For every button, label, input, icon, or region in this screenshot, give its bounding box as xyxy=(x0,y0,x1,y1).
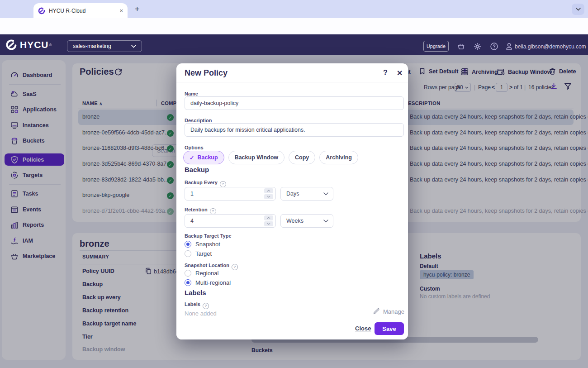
stepper-down-button[interactable] xyxy=(264,221,273,226)
info-icon[interactable]: ? xyxy=(220,181,226,187)
name-label: Name xyxy=(185,91,198,96)
radio-multi-regional[interactable]: Multi-regional xyxy=(185,279,231,286)
chevron-down-icon xyxy=(131,45,136,48)
labels-section-heading: Labels xyxy=(185,289,206,296)
labels-label: Labels? xyxy=(185,301,209,309)
option-chip-backup-window[interactable]: Backup Window xyxy=(228,151,285,164)
tab-search-chevron[interactable] xyxy=(572,4,584,15)
user-email[interactable]: bella.gibson@demohycu.com xyxy=(515,43,586,50)
workspace-dropdown[interactable]: sales-marketing xyxy=(67,40,142,52)
browser-tab[interactable]: HYCU R-Cloud × xyxy=(33,3,128,18)
radio-unselected-icon xyxy=(185,270,191,277)
manage-labels-button[interactable]: Manage xyxy=(373,308,404,315)
option-chip-archiving[interactable]: Archiving xyxy=(319,151,358,164)
modal-header: New Policy ? ✕ xyxy=(176,63,408,82)
hycu-favicon-icon xyxy=(38,7,45,14)
description-label: Description xyxy=(185,118,212,123)
labels-empty-text: None added xyxy=(185,310,217,317)
snapshot-location-label: Snapshot Location? xyxy=(185,263,238,270)
backup-section-heading: Backup xyxy=(185,166,209,173)
radio-unselected-icon xyxy=(185,250,191,257)
workspace-name: sales-marketing xyxy=(73,43,111,49)
check-icon: ✓ xyxy=(190,154,194,161)
retention-input[interactable] xyxy=(185,214,276,228)
options-label: Options xyxy=(185,145,204,150)
upgrade-button[interactable]: Upgrade xyxy=(423,41,449,52)
info-icon[interactable]: ? xyxy=(232,264,238,270)
modal-title: New Policy xyxy=(185,68,228,78)
radio-selected-icon xyxy=(185,279,191,286)
stepper-up-button[interactable] xyxy=(264,188,273,193)
description-field[interactable] xyxy=(185,123,404,137)
close-button[interactable]: Close xyxy=(355,325,371,332)
help-icon[interactable] xyxy=(490,42,498,51)
marketplace-icon[interactable] xyxy=(457,42,465,51)
pencil-icon xyxy=(373,308,380,315)
modal-help-icon[interactable]: ? xyxy=(383,69,388,77)
save-button[interactable]: Save xyxy=(375,322,404,335)
retention-label: Retention? xyxy=(185,207,216,215)
new-tab-icon[interactable]: + xyxy=(135,5,140,13)
modal-close-icon[interactable]: ✕ xyxy=(397,69,403,77)
tab-close-icon[interactable]: × xyxy=(119,8,123,14)
retention-unit-select[interactable]: Weeks xyxy=(280,214,333,228)
info-icon[interactable]: ? xyxy=(203,303,209,309)
chevron-down-icon xyxy=(323,220,328,223)
stepper-up-button[interactable] xyxy=(264,215,273,220)
radio-target[interactable]: Target xyxy=(185,250,212,257)
radio-selected-icon xyxy=(185,241,191,248)
browser-toolbar: ← → ↻ r-cloud.hycu.com/app/policies ☆ A … xyxy=(0,18,588,34)
backup-every-input[interactable] xyxy=(185,187,276,201)
app-header: HYCU ® sales-marketing Upgrade bella.gib… xyxy=(0,34,588,55)
chevron-down-icon xyxy=(323,192,328,196)
backup-every-label: Backup Every? xyxy=(185,180,226,187)
tab-title: HYCU R-Cloud xyxy=(49,8,119,14)
brand-name: HYCU xyxy=(20,39,49,50)
browser-tab-strip: HYCU R-Cloud × + xyxy=(0,0,588,18)
hycu-logo-icon xyxy=(5,39,17,51)
option-chip-copy[interactable]: Copy xyxy=(289,151,315,164)
name-field[interactable] xyxy=(185,96,404,110)
radio-snapshot[interactable]: Snapshot xyxy=(185,241,220,248)
new-policy-modal: New Policy ? ✕ Name Description Options … xyxy=(176,63,408,339)
stepper-down-button[interactable] xyxy=(264,194,273,199)
modal-footer: Close Save xyxy=(176,318,408,339)
backup-target-type-label: Backup Target Type xyxy=(185,233,232,239)
radio-regional[interactable]: Regional xyxy=(185,270,218,277)
user-icon[interactable] xyxy=(505,42,513,51)
backup-every-unit-select[interactable]: Days xyxy=(280,187,333,201)
option-chip-backup[interactable]: ✓ Backup xyxy=(183,151,224,164)
settings-gear-icon[interactable] xyxy=(473,42,482,51)
info-icon[interactable]: ? xyxy=(210,208,216,215)
hycu-logo: HYCU ® xyxy=(5,39,52,51)
registered-mark: ® xyxy=(49,43,52,47)
chevron-down-icon xyxy=(576,8,581,11)
